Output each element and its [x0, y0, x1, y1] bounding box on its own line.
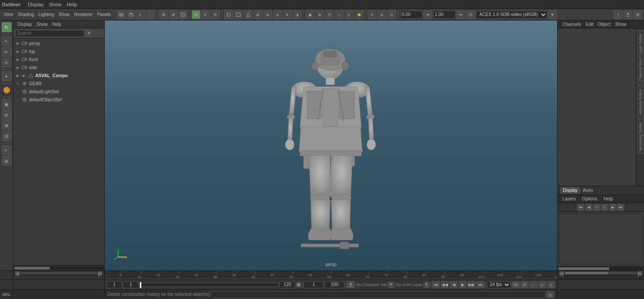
toolbar-icon-14[interactable] — [355, 10, 364, 19]
toolbar-icon-16[interactable]: ⊕ — [377, 10, 386, 19]
outliner-search-input[interactable] — [15, 30, 84, 37]
tree-item-side[interactable]: ▶ side — [13, 63, 104, 71]
toolbar-transform-btn2[interactable]: E — [201, 10, 210, 19]
menu-help[interactable]: Help — [64, 0, 80, 9]
tool-add[interactable]: ⊕ — [2, 120, 12, 130]
tree-item-front[interactable]: ▶ front — [13, 55, 104, 63]
toolbar-colorspace-select[interactable]: ACES 1.0 SDR-video (sRGB) — [476, 11, 547, 19]
timeline-ruler[interactable]: 1510152025303540455055606570758085909510… — [105, 271, 557, 279]
range-end-input[interactable] — [324, 281, 345, 288]
side-tab-attribute[interactable]: Attribute Editor — [637, 86, 644, 119]
toolbar-icon-5[interactable]: ⊕ — [263, 10, 272, 19]
outliner-menu-show[interactable]: Show — [34, 21, 50, 29]
channel-tab-display[interactable]: Display — [560, 187, 580, 194]
toolbar-icon-10[interactable]: ⊞ — [316, 10, 324, 19]
character-set-toggle[interactable]: ▼ — [388, 282, 394, 288]
right-hscroll[interactable] — [565, 272, 637, 274]
toolbar-icon-15[interactable]: ⟳ — [368, 10, 377, 19]
channel-sub-options[interactable]: Options — [580, 196, 599, 201]
vp-menu-lighting[interactable]: Lighting — [37, 10, 56, 19]
tree-item-persp[interactable]: ▶ persp — [13, 39, 104, 47]
play-btn-extra5[interactable]: ⊡ — [547, 281, 555, 288]
anim-btn-next[interactable]: ▶ — [609, 204, 616, 211]
status-btn-1[interactable]: ⊡ — [546, 291, 554, 298]
toolbar-value1[interactable] — [400, 11, 422, 19]
tool-sub[interactable]: ⊟ — [2, 131, 12, 141]
scroll-track[interactable] — [14, 267, 103, 270]
current-frame-input[interactable] — [107, 281, 122, 288]
scroll-right-btn[interactable]: ▷ — [98, 271, 103, 275]
toolbar-value2[interactable] — [433, 11, 455, 19]
toolbar-icon-2[interactable] — [234, 10, 243, 19]
toolbar-value1-toggle[interactable] — [423, 10, 432, 19]
tool-lasso[interactable]: ↖ — [2, 36, 12, 46]
anim-start-input[interactable] — [123, 281, 139, 288]
vp-menu-show[interactable]: Show — [57, 10, 71, 19]
range-start-input[interactable] — [304, 281, 324, 288]
tool-grid[interactable]: ⊞ — [2, 110, 12, 120]
anim-btn-end[interactable]: ⏭ — [617, 204, 624, 211]
side-tab-channelbox[interactable]: Channel Box / Layer Editor — [637, 30, 644, 85]
right-menu-show[interactable]: Show — [613, 22, 628, 27]
tree-item-objectset[interactable]: defaultObjectSet — [13, 96, 104, 104]
mel-command-input[interactable] — [210, 291, 546, 298]
channel-tab-anim[interactable]: Anim — [580, 187, 596, 194]
right-scroll-left-btn[interactable]: ◁ — [559, 271, 564, 275]
tree-item-top[interactable]: ▶ top — [13, 47, 104, 55]
play-btn-play[interactable]: ▶ — [459, 281, 467, 288]
outliner-search-dropdown[interactable]: ▼ — [86, 30, 93, 37]
anim-btn-rewind[interactable]: ⏮ — [577, 204, 584, 211]
tree-item-asval[interactable]: ▶ ▶ ASVAL_Compo — [13, 71, 104, 79]
tool-soft-select[interactable]: ▣ — [2, 99, 12, 109]
tree-item-gear[interactable]: ▽ GEAR — [13, 79, 104, 87]
toolbar-user-btn[interactable] — [623, 10, 632, 19]
toolbar-icon-8[interactable]: ◑ — [293, 10, 302, 19]
tool-frame[interactable]: ▤ — [2, 156, 12, 166]
toolbar-icon-6[interactable]: ⊗ — [273, 10, 282, 19]
outliner-menu-help[interactable]: Help — [50, 21, 64, 29]
toolbar-snap-btn2[interactable] — [169, 10, 178, 19]
vp-menu-panels[interactable]: Panels — [95, 10, 113, 19]
toolbar-transform-btn1[interactable]: W — [192, 10, 201, 19]
vp-menu-renderer[interactable]: Renderer — [72, 10, 94, 19]
outliner-menu-display[interactable]: Display — [15, 21, 34, 29]
toolbar-settings-btn[interactable] — [633, 10, 642, 19]
viewport[interactable]: X Y Z persp — [105, 21, 557, 270]
right-menu-edit[interactable]: Edit — [583, 22, 595, 27]
channel-sub-layers[interactable]: Layers — [560, 196, 578, 201]
right-scroll-right-btn[interactable]: ▷ — [638, 271, 642, 275]
toolbar-icon-1[interactable] — [224, 10, 233, 19]
play-btn-extra4[interactable]: ⟳ — [538, 281, 546, 288]
play-btn-rewind[interactable]: ⏮ — [432, 281, 440, 288]
timeline-end-toggle[interactable] — [296, 282, 301, 287]
right-menu-channels[interactable]: Channels — [560, 22, 583, 27]
toolbar-help-btn[interactable]: ? — [614, 10, 623, 19]
tool-move[interactable]: ✦ — [2, 71, 12, 81]
play-btn-fwd[interactable]: ▶▶ — [468, 281, 476, 288]
toolbar-icon-4[interactable]: ⊞ — [254, 10, 263, 19]
toolbar-snap-btn3[interactable] — [179, 10, 188, 19]
channel-sub-help[interactable]: Help — [601, 196, 615, 201]
vp-menu-shading[interactable]: Shading — [16, 10, 36, 19]
right-scroll-track[interactable] — [558, 267, 643, 270]
menu-show[interactable]: Show — [46, 0, 64, 9]
toolbar-icon-13[interactable]: ⊙ — [345, 10, 354, 19]
play-btn-back[interactable]: ◀ — [450, 281, 458, 288]
toolbar-snap-btn1[interactable] — [159, 10, 168, 19]
toolbar-camera-btn4[interactable]: ↕ — [146, 10, 155, 19]
toolbar-colorspace-toggle[interactable]: ▼ — [548, 10, 557, 19]
toolbar-value2-toggle[interactable] — [456, 10, 465, 19]
toolbar-camera-btn2[interactable] — [127, 10, 135, 19]
toolbar-icon-7[interactable]: ✦ — [283, 10, 292, 19]
play-btn-extra2[interactable] — [521, 281, 529, 288]
tool-select[interactable] — [2, 22, 12, 32]
tool-paint[interactable]: ✏ — [2, 47, 12, 57]
character-set-icon[interactable] — [347, 281, 355, 288]
toolbar-icon-18[interactable] — [466, 10, 475, 19]
tree-item-lightset[interactable]: defaultLightSet — [13, 87, 104, 96]
play-btn-prev-key[interactable]: ◀◀ — [441, 281, 449, 288]
fps-select[interactable]: 24 fps 30 fps — [487, 281, 511, 288]
anim-end-input[interactable] — [279, 281, 295, 288]
scroll-left-btn[interactable]: ◁ — [15, 271, 20, 275]
anim-layer-toggle[interactable]: ▼ — [423, 282, 430, 288]
